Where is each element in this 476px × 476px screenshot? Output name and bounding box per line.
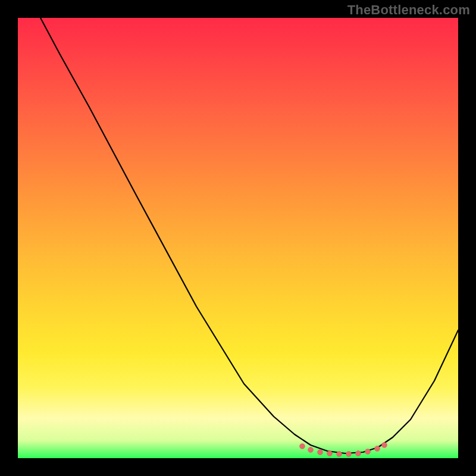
marker-dot <box>308 447 314 453</box>
plot-area <box>18 18 458 458</box>
optimal-region-dots <box>300 443 387 457</box>
marker-dot <box>327 451 333 456</box>
marker-dot <box>318 450 323 455</box>
marker-dot <box>375 446 380 452</box>
watermark-text: TheBottleneck.com <box>347 2 470 18</box>
marker-dot <box>346 452 352 457</box>
chart-frame: TheBottleneck.com <box>0 0 476 476</box>
marker-dot <box>300 444 305 449</box>
marker-dot <box>356 451 361 456</box>
marker-dot <box>337 452 342 457</box>
marker-dot <box>382 443 387 448</box>
marker-dot <box>365 449 371 455</box>
curve-layer <box>18 18 458 458</box>
bottleneck-curve <box>40 18 458 453</box>
